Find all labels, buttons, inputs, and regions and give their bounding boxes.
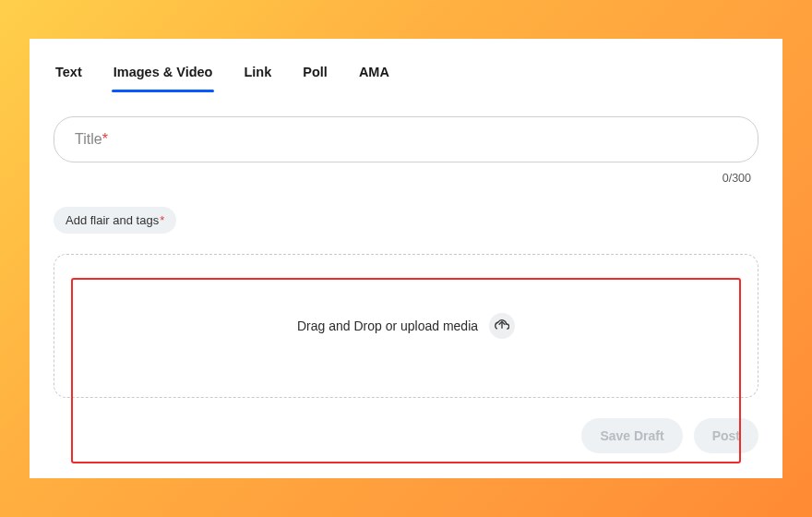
add-flair-button[interactable]: Add flair and tags* xyxy=(54,207,176,234)
upload-icon xyxy=(489,313,515,339)
post-type-tabs: Text Images & Video Link Poll AMA xyxy=(54,61,758,96)
post-composer-card: Text Images & Video Link Poll AMA Title*… xyxy=(30,39,782,478)
action-buttons: Save Draft Post xyxy=(54,418,758,453)
tab-text[interactable]: Text xyxy=(55,61,82,89)
drop-label: Drag and Drop or upload media xyxy=(297,319,478,333)
tab-link[interactable]: Link xyxy=(244,61,271,89)
title-placeholder: Title* xyxy=(75,131,108,148)
post-button[interactable]: Post xyxy=(694,418,758,453)
title-char-counter: 0/300 xyxy=(54,172,751,185)
tab-ama[interactable]: AMA xyxy=(359,61,389,89)
media-drop-zone[interactable]: Drag and Drop or upload media xyxy=(54,254,758,398)
save-draft-button[interactable]: Save Draft xyxy=(581,418,682,453)
title-input[interactable]: Title* xyxy=(54,116,758,162)
tab-poll[interactable]: Poll xyxy=(303,61,328,89)
tab-images-video[interactable]: Images & Video xyxy=(113,61,213,89)
